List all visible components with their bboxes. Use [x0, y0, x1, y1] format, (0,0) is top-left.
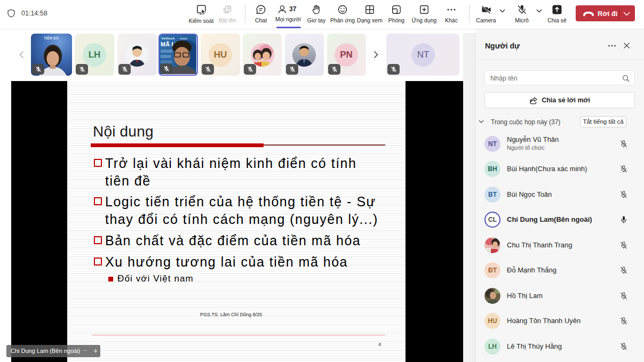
svg-text:TIỀN SỐ: TIỀN SỐ: [44, 35, 59, 40]
svg-text:VieStock: VieStock: [161, 37, 175, 40]
